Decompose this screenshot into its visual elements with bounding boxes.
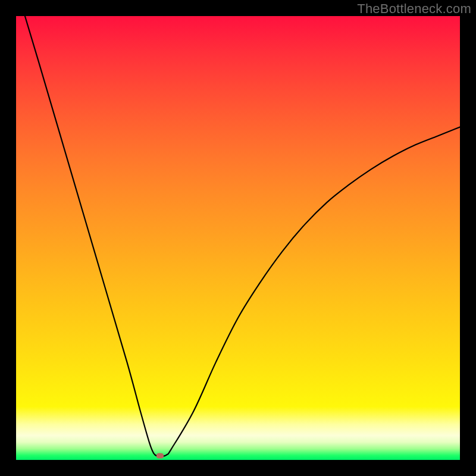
plot-area (16, 16, 460, 460)
watermark-text: TheBottleneck.com (357, 1, 471, 17)
curve-layer (16, 16, 460, 460)
bottleneck-curve (25, 16, 460, 457)
minimum-marker (156, 453, 164, 459)
chart-frame: TheBottleneck.com (0, 0, 476, 476)
